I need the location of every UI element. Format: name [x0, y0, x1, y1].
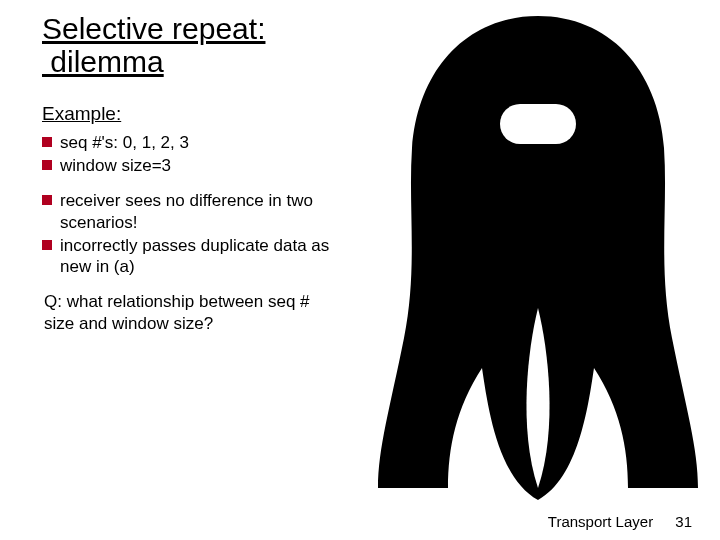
list-item: seq #'s: 0, 1, 2, 3 — [42, 132, 342, 153]
footer-page-number: 31 — [675, 513, 692, 530]
question-block: Q: what relationship between seq # size … — [42, 291, 342, 334]
decorative-graphic — [378, 8, 698, 508]
bullet-icon — [42, 160, 52, 170]
svg-rect-0 — [500, 104, 576, 144]
bullet-icon — [42, 240, 52, 250]
slide-title: Selective repeat: dilemma — [42, 12, 265, 78]
bullet-group-a: seq #'s: 0, 1, 2, 3 window size=3 — [42, 132, 342, 177]
bullet-text: seq #'s: 0, 1, 2, 3 — [60, 132, 342, 153]
footer-label: Transport Layer — [548, 513, 653, 530]
bullet-text: receiver sees no difference in two scena… — [60, 190, 342, 233]
slide-footer: Transport Layer 31 — [548, 513, 692, 530]
bullet-icon — [42, 195, 52, 205]
list-item: receiver sees no difference in two scena… — [42, 190, 342, 233]
list-item: incorrectly passes duplicate data as new… — [42, 235, 342, 278]
question-text: what relationship between seq # size and… — [44, 292, 310, 332]
bullet-text: window size=3 — [60, 155, 342, 176]
bullet-text: incorrectly passes duplicate data as new… — [60, 235, 342, 278]
slide: Selective repeat: dilemma Example: seq #… — [0, 0, 720, 540]
example-heading: Example: — [42, 102, 342, 126]
silhouette-icon — [378, 8, 698, 508]
bullet-icon — [42, 137, 52, 147]
list-item: window size=3 — [42, 155, 342, 176]
slide-body: Example: seq #'s: 0, 1, 2, 3 window size… — [42, 102, 342, 348]
bullet-group-b: receiver sees no difference in two scena… — [42, 190, 342, 277]
question-label: Q: — [44, 292, 62, 311]
